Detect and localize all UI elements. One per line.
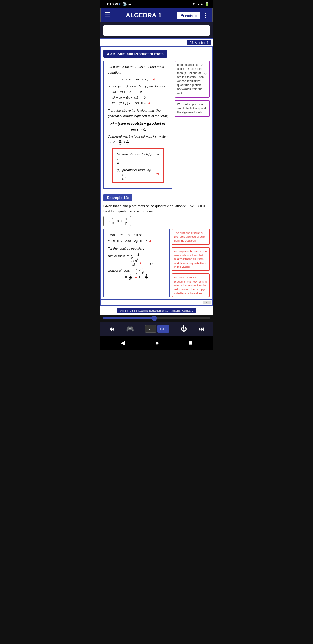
copyright-text: © Multimedia E-Learning Education System… [117, 308, 196, 313]
premium-button[interactable]: Premium [177, 12, 200, 19]
theory-line2: i.e. x = α or x = β ◄ [108, 77, 168, 82]
part-a-box: (a) 1α and 1β [103, 216, 131, 226]
bottom-navigation: ◀ ● ■ [100, 336, 213, 350]
sidebar-note1: If, for example x = 2 and x = 3 are root… [175, 61, 210, 98]
app-header: ☰ ALGEBRA 1 Premium ⋮ [100, 8, 213, 22]
page-input[interactable] [145, 325, 156, 333]
promo-bar [100, 22, 213, 38]
theory-line9: Compared with the form ax² + bx + c writ… [108, 134, 168, 146]
part-a-label: (a) 1α and 1β [107, 219, 128, 222]
time-display: 11:18 [104, 2, 114, 6]
formula-line1: (i) sum of roots (α + β) = −ba [117, 151, 159, 164]
progress-bar-fill [103, 317, 154, 319]
solution-sidebar: The sum and product of the roots are rea… [172, 229, 210, 297]
solution-required: For the required equation: [108, 246, 165, 252]
sol-note3: We also express the product of the new r… [172, 273, 210, 297]
forward-button[interactable]: ⏭ [198, 325, 205, 333]
rewind-button[interactable]: ⏮ [108, 325, 115, 333]
main-content: 4.3.5. Sum and Product of roots Let α an… [100, 46, 213, 300]
theory-main: Let α and β be the roots of a quadratic … [103, 61, 172, 189]
cloud-icon: ☁ [128, 2, 131, 6]
theory-line1: Let α and β be the roots of a quadratic … [108, 64, 168, 75]
signal-icon: ▲▲ [197, 2, 203, 6]
topic-title: 4.3.5. Sum and Product of roots [103, 50, 167, 58]
solution-sum-step2: = α + βαβ ◄ = 5−7 . [108, 260, 165, 266]
solution-main: From x² − 5x − 7 = 0; α + β = 5 and αβ =… [103, 229, 170, 297]
solution-prod-step2: = 1αβ ◄ = −17 . [108, 274, 165, 281]
progress-thumb [152, 316, 157, 321]
sidebar-note2: We shall apply these simple facts to exp… [175, 100, 210, 117]
page-input-group: GO [145, 325, 170, 333]
solution-prod-expr: product of roots = 1α × 1β [108, 267, 165, 274]
theory-line7: From the above its is clear that the gen… [108, 108, 168, 119]
back-nav-button[interactable]: ◀ [121, 339, 125, 347]
status-right: ▼ ▲▲ 🔋 [192, 2, 209, 6]
solution-sum-expr: sum of roots = 1α + 1β [108, 253, 165, 260]
formula-line2: (ii) product of roots αβ = ca . ◄ [117, 167, 159, 180]
theory-sidebar: If, for example x = 2 and x = 3 are root… [175, 61, 210, 189]
home-nav-button[interactable]: ● [155, 339, 159, 347]
solution-area: From x² − 5x − 7 = 0; α + β = 5 and αβ =… [103, 229, 210, 297]
footer: © Multimedia E-Learning Education System… [100, 306, 213, 315]
theory-line5: x² − αx − βx + αβ = 0 [108, 95, 168, 101]
example-desc-text: Given that α and β are roots of the quad… [103, 204, 206, 213]
app-title: ALGEBRA 1 [126, 12, 162, 19]
page-number: 21 [203, 301, 211, 304]
antenna-icon: 📡 [123, 2, 127, 6]
google-icon: G [119, 2, 121, 6]
theory-line3: Hence (x − α) and (x − β) are factors [108, 84, 168, 89]
more-options-icon[interactable]: ⋮ [203, 12, 208, 19]
sol-note2: We express the sum of the new roots in a… [172, 247, 210, 271]
email-icon: ✉ [115, 2, 118, 6]
status-bar: 11:18 ✉ G 📡 ☁ ▼ ▲▲ 🔋 [100, 0, 213, 8]
sol-note1: The sum and product of the roots are rea… [172, 229, 210, 245]
hamburger-menu[interactable]: ☰ [105, 11, 110, 19]
theory-line8: x² − (sum of roots)x + (product of roots… [108, 121, 168, 133]
controls-bar: ⏮ 🎮 GO ⏻ ⏭ [100, 322, 213, 336]
power-button[interactable]: ⏻ [181, 325, 187, 333]
theory-line6: x² − (α + β)x + αβ = 0 ◄ [108, 100, 168, 106]
solution-from: From x² − 5x − 7 = 0; [108, 232, 165, 238]
example-description: Given that α and β are roots of the quad… [103, 204, 210, 214]
battery-icon: 🔋 [205, 2, 209, 6]
promo-banner [103, 25, 210, 36]
go-button[interactable]: GO [157, 325, 170, 333]
progress-bar-background[interactable] [103, 317, 210, 319]
page-num-bar: 21 [100, 299, 213, 306]
theory-line4: ∴ (x − α)(x − β) = 0 [108, 89, 168, 95]
status-left: 11:18 ✉ G 📡 ☁ [104, 2, 131, 6]
example-title: Example 18: [103, 194, 132, 201]
gamepad-button[interactable]: 🎮 [126, 325, 134, 333]
section-label: 05. Algebra 1 [187, 40, 211, 45]
header-right: Premium ⋮ [177, 12, 208, 19]
section-label-bar: 05. Algebra 1 [100, 38, 213, 46]
recents-nav-button[interactable]: ■ [189, 339, 192, 347]
theory-section: Let α and β be the roots of a quadratic … [103, 61, 210, 189]
wifi-icon: ▼ [192, 2, 196, 6]
solution-sum-product: α + β = 5 and αβ = −7 ◄ [108, 238, 165, 244]
progress-section [100, 315, 213, 322]
formula-box: (i) sum of roots (α + β) = −ba (ii) prod… [112, 148, 164, 183]
